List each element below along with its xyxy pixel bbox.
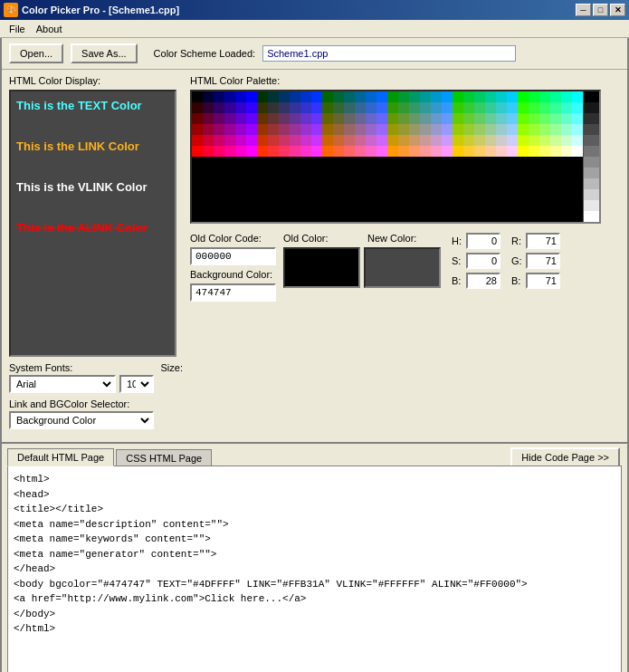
- palette-cell[interactable]: [257, 146, 268, 157]
- palette-cell[interactable]: [333, 189, 344, 200]
- palette-cell[interactable]: [366, 157, 376, 168]
- palette-cell[interactable]: [300, 157, 311, 168]
- palette-cell[interactable]: [387, 200, 398, 211]
- palette-cell[interactable]: [453, 113, 463, 124]
- palette-cell[interactable]: [290, 157, 300, 168]
- palette-cell[interactable]: [474, 168, 485, 178]
- tab-css-html[interactable]: CSS HTML Page: [116, 449, 212, 466]
- palette-cell[interactable]: [246, 135, 257, 146]
- palette-cell[interactable]: [442, 124, 453, 135]
- palette-cell[interactable]: [420, 189, 431, 200]
- palette-cell[interactable]: [300, 211, 311, 222]
- palette-cell[interactable]: [463, 157, 474, 168]
- palette-cell[interactable]: [496, 113, 507, 124]
- palette-cell[interactable]: [355, 211, 366, 222]
- palette-cell[interactable]: [550, 124, 561, 135]
- palette-cell[interactable]: [420, 102, 431, 113]
- palette-cell[interactable]: [279, 189, 290, 200]
- palette-cell[interactable]: [203, 135, 214, 146]
- palette-cell[interactable]: [507, 168, 518, 178]
- palette-cell[interactable]: [300, 168, 311, 178]
- palette-cell[interactable]: [300, 91, 311, 102]
- palette-cell[interactable]: [235, 102, 246, 113]
- palette-cell[interactable]: [279, 157, 290, 168]
- palette-cell[interactable]: [387, 124, 398, 135]
- palette-cell[interactable]: [235, 178, 246, 189]
- palette-cell[interactable]: [409, 211, 420, 222]
- palette-cell[interactable]: [214, 211, 224, 222]
- palette-cell[interactable]: [224, 200, 235, 211]
- palette-cell[interactable]: [539, 211, 550, 222]
- palette-cell[interactable]: [376, 91, 387, 102]
- tab-default-html[interactable]: Default HTML Page: [7, 448, 114, 466]
- palette-cell[interactable]: [279, 178, 290, 189]
- palette-cell[interactable]: [366, 200, 376, 211]
- palette-cell[interactable]: [398, 168, 409, 178]
- palette-cell[interactable]: [376, 124, 387, 135]
- grayscale-cell[interactable]: [583, 113, 599, 124]
- grayscale-cell[interactable]: [583, 168, 599, 178]
- palette-cell[interactable]: [333, 178, 344, 189]
- palette-cell[interactable]: [442, 135, 453, 146]
- palette-cell[interactable]: [192, 211, 203, 222]
- palette-cell[interactable]: [550, 91, 561, 102]
- palette-cell[interactable]: [442, 200, 453, 211]
- palette-cell[interactable]: [224, 135, 235, 146]
- palette-cell[interactable]: [214, 135, 224, 146]
- palette-cell[interactable]: [290, 124, 300, 135]
- palette-cell[interactable]: [387, 168, 398, 178]
- palette-cell[interactable]: [192, 113, 203, 124]
- palette-cell[interactable]: [355, 124, 366, 135]
- palette-cell[interactable]: [214, 178, 224, 189]
- palette-cell[interactable]: [442, 211, 453, 222]
- grayscale-cell[interactable]: [583, 178, 599, 189]
- palette-cell[interactable]: [507, 157, 518, 168]
- palette-cell[interactable]: [561, 113, 572, 124]
- palette-cell[interactable]: [518, 189, 529, 200]
- palette-cell[interactable]: [431, 146, 442, 157]
- palette-cell[interactable]: [496, 135, 507, 146]
- palette-cell[interactable]: [311, 178, 322, 189]
- palette-cell[interactable]: [529, 189, 539, 200]
- palette-cell[interactable]: [366, 91, 376, 102]
- palette-cell[interactable]: [387, 178, 398, 189]
- palette-cell[interactable]: [322, 124, 333, 135]
- palette-cell[interactable]: [333, 168, 344, 178]
- palette-cell[interactable]: [322, 113, 333, 124]
- palette-cell[interactable]: [224, 168, 235, 178]
- b-input[interactable]: [466, 273, 500, 289]
- palette-cell[interactable]: [366, 211, 376, 222]
- palette-cell[interactable]: [224, 124, 235, 135]
- font-select[interactable]: Arial: [9, 375, 116, 393]
- grayscale-cell[interactable]: [583, 146, 599, 157]
- palette-cell[interactable]: [453, 211, 463, 222]
- palette-cell[interactable]: [453, 146, 463, 157]
- palette-cell[interactable]: [398, 189, 409, 200]
- palette-cell[interactable]: [496, 91, 507, 102]
- palette-cell[interactable]: [203, 146, 214, 157]
- palette-cell[interactable]: [539, 124, 550, 135]
- palette-cell[interactable]: [224, 157, 235, 168]
- palette-cell[interactable]: [257, 124, 268, 135]
- palette-cell[interactable]: [572, 135, 583, 146]
- palette-cell[interactable]: [203, 91, 214, 102]
- palette-cell[interactable]: [398, 200, 409, 211]
- palette-cell[interactable]: [214, 91, 224, 102]
- palette-cell[interactable]: [311, 102, 322, 113]
- palette-cell[interactable]: [376, 157, 387, 168]
- palette-cell[interactable]: [344, 146, 355, 157]
- palette-cell[interactable]: [453, 102, 463, 113]
- palette-cell[interactable]: [539, 168, 550, 178]
- palette-cell[interactable]: [529, 168, 539, 178]
- palette-cell[interactable]: [300, 113, 311, 124]
- palette-cell[interactable]: [550, 178, 561, 189]
- palette-cell[interactable]: [431, 200, 442, 211]
- bg-color-selector[interactable]: Background Color: [9, 411, 154, 429]
- palette-cell[interactable]: [344, 157, 355, 168]
- palette-cell[interactable]: [214, 157, 224, 168]
- palette-cell[interactable]: [485, 157, 496, 168]
- palette-cell[interactable]: [409, 200, 420, 211]
- palette-cell[interactable]: [235, 124, 246, 135]
- palette-cell[interactable]: [561, 211, 572, 222]
- palette-cell[interactable]: [203, 178, 214, 189]
